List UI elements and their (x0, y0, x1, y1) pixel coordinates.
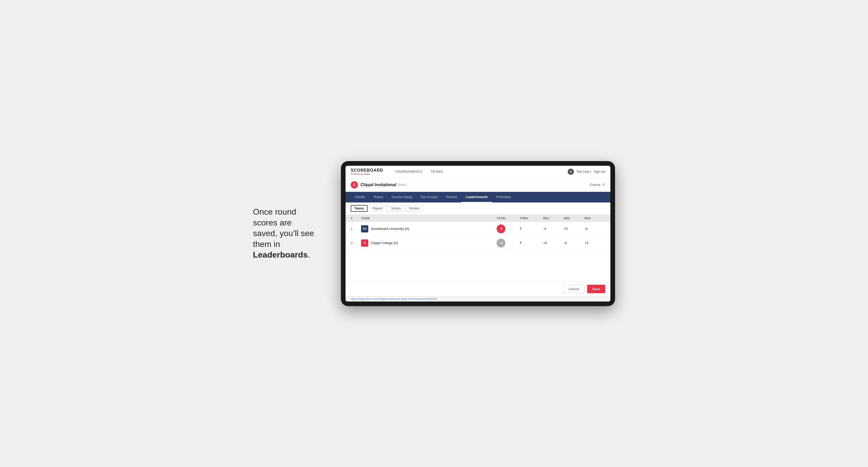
col-rank: # (351, 217, 361, 220)
nav-teams[interactable]: TEAMS (427, 166, 447, 178)
filter-row: Teams Players Scores Strokes (345, 203, 610, 215)
rd2-value: +5 (564, 227, 585, 231)
desc-line1: Once round (253, 207, 296, 216)
tab-course-setup[interactable]: Course Setup (388, 192, 416, 203)
tournament-header: C Clippd Invitational (Men) Cancel ✕ (345, 178, 610, 192)
row-rank: 1 (351, 227, 361, 231)
score-badge-red: -5 (497, 224, 505, 233)
user-avatar: S (568, 168, 574, 175)
total-score: +3 (497, 239, 520, 247)
rd3-value: +3 (585, 241, 605, 245)
bottom-bar: Cancel Save (345, 281, 610, 296)
sub-navigation: Details Teams Course Setup Tee Groups Re… (345, 192, 610, 203)
tournament-cancel-button[interactable]: Cancel ✕ (590, 182, 605, 187)
tab-details[interactable]: Details (351, 192, 369, 203)
tournament-title: Clippd Invitational (361, 183, 397, 187)
nav-tournaments[interactable]: TOURNAMENTS (391, 166, 427, 178)
tournament-icon: C (351, 181, 358, 188)
team-cell: C Clippd College [A] (361, 240, 497, 247)
filter-players-button[interactable]: Players (369, 205, 386, 212)
thru-value: F (520, 227, 543, 231)
team-logo: C (361, 240, 368, 247)
nav-right: S Test User | Sign out (568, 168, 605, 175)
table-row: 2 C Clippd College [A] +3 F +8 -8 +3 (345, 236, 610, 250)
filter-scores-button[interactable]: Scores (388, 205, 404, 212)
desc-line2: scores are (253, 218, 291, 227)
save-button[interactable]: Save (587, 285, 605, 293)
score-badge-gray: +3 (497, 239, 505, 247)
col-total: TOTAL (497, 217, 520, 220)
table-row: 1 SU Scoreboard University [A] -5 F -4 +… (345, 222, 610, 236)
desc-line5-bold: Leaderboards (253, 250, 308, 259)
top-navigation: SCOREBOARD Powered by clippd TOURNAMENTS… (345, 166, 610, 178)
sign-out-link[interactable]: Sign out (594, 170, 605, 174)
tab-tee-groups[interactable]: Tee Groups (416, 192, 442, 203)
nav-links: TOURNAMENTS TEAMS (391, 166, 568, 178)
col-team: TEAM (361, 217, 497, 220)
row-rank: 2 (351, 241, 361, 245)
url-bar: https://stage-blue-coach.stagescorebboar… (345, 296, 610, 302)
logo-area: SCOREBOARD Powered by clippd (351, 168, 383, 175)
tablet-device: SCOREBOARD Powered by clippd TOURNAMENTS… (341, 161, 615, 306)
rd3-value: -6 (585, 227, 605, 231)
tab-results[interactable]: Results (442, 192, 461, 203)
content-spacer (345, 250, 610, 281)
tab-printables[interactable]: Printables (492, 192, 515, 203)
desc-line4: them in (253, 240, 280, 249)
tablet-screen: SCOREBOARD Powered by clippd TOURNAMENTS… (345, 166, 610, 302)
url-text: https://stage-blue-coach.stagescorebboar… (351, 298, 437, 301)
description-text: Once round scores are saved, you’ll see … (253, 207, 326, 260)
total-score: -5 (497, 224, 520, 233)
col-rd2: RD2 (564, 217, 585, 220)
team-name: Clippd College [A] (371, 241, 398, 245)
rd2-value: -8 (564, 241, 585, 245)
rd1-value: -4 (543, 227, 564, 231)
filter-strokes-button[interactable]: Strokes (406, 205, 423, 212)
tab-leaderboards[interactable]: Leaderboards (461, 192, 492, 203)
col-rd3: RD3 (585, 217, 605, 220)
close-icon: ✕ (602, 182, 605, 187)
leaderboard-table: # TEAM TOTAL THRU RD1 RD2 RD3 1 SU Score… (345, 215, 610, 250)
logo-text: SCOREBOARD (351, 168, 383, 173)
user-name: Test User | (577, 170, 591, 174)
cancel-button[interactable]: Cancel (563, 285, 584, 293)
thru-value: F (520, 241, 543, 245)
desc-line3: saved, you’ll see (253, 228, 314, 238)
col-rd1: RD1 (543, 217, 564, 220)
tab-teams[interactable]: Teams (369, 192, 388, 203)
logo-sub: Powered by clippd (351, 173, 383, 175)
rd1-value: +8 (543, 241, 564, 245)
filter-teams-button[interactable]: Teams (351, 205, 368, 212)
col-thru: THRU (520, 217, 543, 220)
team-cell: SU Scoreboard University [A] (361, 225, 497, 232)
team-logo: SU (361, 225, 368, 232)
tournament-subtitle: (Men) (398, 183, 407, 187)
table-header: # TEAM TOTAL THRU RD1 RD2 RD3 (345, 215, 610, 222)
team-name: Scoreboard University [A] (371, 227, 409, 231)
